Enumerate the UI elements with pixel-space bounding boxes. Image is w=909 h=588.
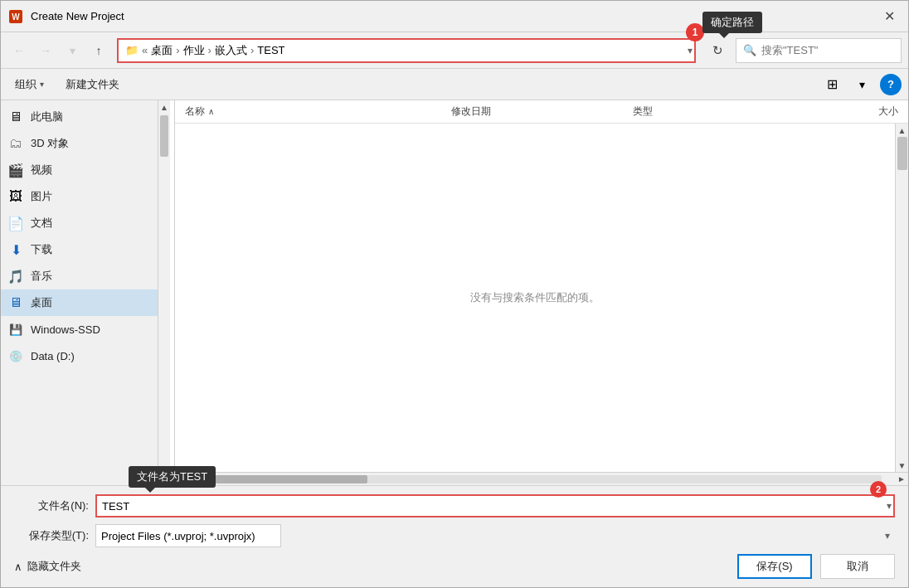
filetype-row: 保存类型(T): Project Files (*.uvproj; *.uvpr… [14,524,895,547]
sidebar-item-downloads[interactable]: ⬇ 下载 [1,236,158,263]
column-type-header[interactable]: 类型 [626,104,808,119]
sidebar-item-3d[interactable]: 🗂 3D 对象 [1,130,158,157]
close-button[interactable]: ✕ [877,5,902,28]
organize-button[interactable]: 组织 ▾ [7,74,51,95]
address-part-2: 嵌入式 [215,43,247,58]
sidebar-label-images: 图片 [31,189,52,204]
file-list-area: 没有与搜索条件匹配的项。 [175,124,895,472]
column-name-header[interactable]: 名称 ∧ [178,104,445,119]
view-dropdown-icon: ▾ [859,78,865,91]
organize-label: 组织 [15,77,36,92]
app-icon: W [7,8,24,25]
filetype-label: 保存类型(T): [14,528,89,543]
sidebar-item-desktop[interactable]: 🖥 桌面 [1,289,158,316]
filename-dropdown-icon: ▾ [887,500,892,512]
ssd-icon: 💾 [7,321,24,338]
view-dropdown-button[interactable]: ▾ [850,74,873,95]
bottom-area: 文件名(N): 2 文件名为TEST ▾ 保存类型(T): Project Fi… [1,485,908,587]
search-bar: 🔍 [736,38,902,63]
hide-folder-label: 隐藏文件夹 [27,559,81,574]
sidebar-label-computer: 此电脑 [31,109,63,124]
h-scroll-thumb [202,475,367,484]
sidebar-label-3d: 3D 对象 [31,136,69,151]
svg-text:W: W [12,12,20,22]
scroll-down-arrow[interactable]: ▼ [896,459,908,472]
search-icon: 🔍 [743,44,756,56]
filetype-select[interactable]: Project Files (*.uvproj; *.uvprojx) [95,524,281,547]
sidebar-item-ssd[interactable]: 💾 Windows-SSD [1,316,158,343]
up-button[interactable]: ↑ [87,39,110,62]
address-part-1: 作业 [183,43,205,58]
filetype-chevron: ▾ [885,530,890,542]
sidebar-label-ssd: Windows-SSD [31,323,100,336]
desktop-icon: 🖥 [7,294,24,311]
help-label: ? [887,78,894,90]
sidebar: 🖥 此电脑 🗂 3D 对象 🎬 视频 🖼 图片 📄 文档 [1,100,158,485]
h-scroll-track [202,475,882,484]
sidebar-scroll-thumb [160,115,168,157]
hide-folder-arrow: ∧ [14,561,22,573]
sidebar-item-images[interactable]: 🖼 图片 [1,183,158,210]
organize-chevron: ▾ [40,80,44,89]
toolbar: 组织 ▾ 新建文件夹 ⊞ ▾ ? [1,69,908,100]
filetype-select-wrap: Project Files (*.uvproj; *.uvprojx) ▾ [95,524,895,547]
sidebar-item-video[interactable]: 🎬 视频 [1,157,158,183]
sidebar-label-music: 音乐 [31,269,52,284]
view-button[interactable]: ⊞ [820,74,843,95]
h-scroll-right[interactable]: ► [895,473,908,486]
button-row: ∧ 隐藏文件夹 保存(S) 取消 [14,554,895,579]
scroll-up-arrow[interactable]: ▲ [896,124,908,137]
cancel-button[interactable]: 取消 [820,554,895,579]
search-input[interactable] [761,44,901,56]
hide-folder-button[interactable]: ∧ 隐藏文件夹 [14,559,81,574]
sidebar-label-downloads: 下载 [31,242,52,257]
new-folder-button[interactable]: 新建文件夹 [58,74,127,95]
sidebar-label-docs: 文档 [31,216,52,231]
action-buttons: 保存(S) 取消 [737,554,895,579]
sidebar-item-docs[interactable]: 📄 文档 [1,210,158,236]
refresh-button[interactable]: ↻ [706,39,729,62]
address-bar[interactable]: 📁 « 桌面 › 作业 › 嵌入式 › TEST ▾ [117,38,696,63]
address-part-0: 桌面 [151,43,173,58]
title-bar: W Create New Project ✕ [1,1,908,32]
sidebar-scroll-up[interactable]: ▲ [158,100,170,114]
save-button[interactable]: 保存(S) [737,554,812,579]
confirm-badge: 1 [686,23,704,41]
main-area: 🖥 此电脑 🗂 3D 对象 🎬 视频 🖼 图片 📄 文档 [1,100,908,485]
sidebar-label-data: Data (D:) [31,350,75,362]
sidebar-scrollbar[interactable]: ▲ ▼ [158,100,170,485]
back-button[interactable]: ← [7,39,31,62]
filename-tooltip: 文件名为TEST [129,466,216,488]
computer-icon: 🖥 [7,109,24,125]
horizontal-scrollbar[interactable]: ◄ ► [175,472,908,485]
sidebar-item-music[interactable]: 🎵 音乐 [1,263,158,289]
dialog-window: W Create New Project ✕ ← → ▾ ↑ 1 确定路径 📁 … [0,0,909,588]
empty-message: 没有与搜索条件匹配的项。 [470,290,600,305]
video-icon: 🎬 [7,162,24,178]
address-icon: 📁 [125,44,139,56]
save-label: 保存(S) [756,559,792,574]
vertical-scrollbar[interactable]: ▲ ▼ [895,124,908,472]
scroll-thumb [897,137,907,170]
file-pane: 名称 ∧ 修改日期 类型 大小 没有与搜索条件匹配的项。 ▲ [175,100,908,485]
address-bar-content: 📁 « 桌面 › 作业 › 嵌入式 › TEST [125,43,285,58]
images-icon: 🖼 [7,188,24,205]
file-content-wrap: 没有与搜索条件匹配的项。 ▲ ▼ [175,124,908,472]
sidebar-item-data[interactable]: 💿 Data (D:) [1,343,158,369]
sidebar-label-desktop: 桌面 [31,295,52,310]
forward-button[interactable]: → [34,39,57,62]
navigation-bar: ← → ▾ ↑ 1 确定路径 📁 « 桌面 › 作业 › 嵌入式 › TEST … [1,32,908,69]
address-part-3: TEST [257,44,284,56]
sidebar-item-computer[interactable]: 🖥 此电脑 [1,104,158,130]
data-icon: 💿 [7,347,24,364]
column-size-header[interactable]: 大小 [808,104,906,119]
column-date-header[interactable]: 修改日期 [445,104,626,119]
nav-dropdown-button[interactable]: ▾ [61,39,84,62]
cancel-label: 取消 [847,559,868,574]
filename-input[interactable] [95,494,895,518]
downloads-icon: ⬇ [7,241,24,258]
address-bar-wrapper: 1 确定路径 📁 « 桌面 › 作业 › 嵌入式 › TEST ▾ [117,38,696,63]
help-button[interactable]: ? [880,74,902,95]
new-folder-label: 新建文件夹 [66,77,119,92]
filename-label: 文件名(N): [14,498,89,513]
